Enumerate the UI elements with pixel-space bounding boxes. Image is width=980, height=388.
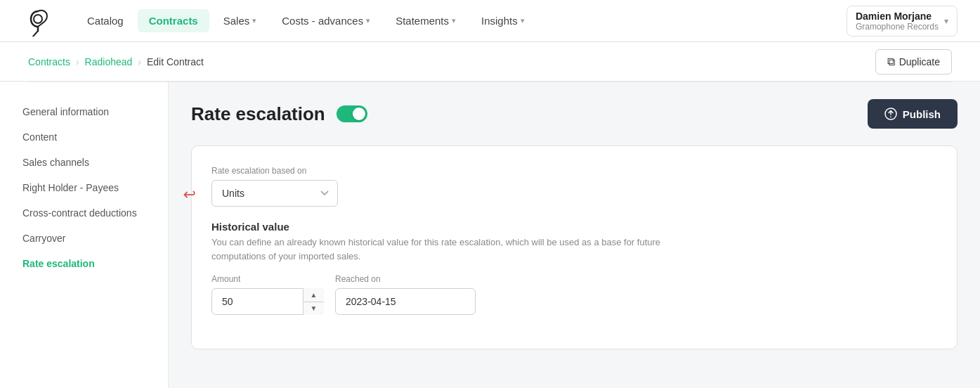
breadcrumb-sep-1: › xyxy=(76,56,79,67)
breadcrumb-sep-2: › xyxy=(138,56,141,67)
red-arrow-icon: ↪ xyxy=(183,186,196,204)
amount-label: Amount xyxy=(211,274,324,284)
user-menu[interactable]: Damien Morjane Gramophone Records ▾ xyxy=(847,6,958,37)
historical-form-row: Amount ▲ ▼ Reached on xyxy=(211,274,937,315)
sidebar-item-content[interactable]: Content xyxy=(0,124,168,150)
statements-chevron-icon: ▾ xyxy=(452,16,456,25)
nav-contracts[interactable]: Contracts xyxy=(138,9,209,32)
historical-value-desc: You can define an already known historic… xyxy=(211,235,703,263)
breadcrumb-bar: Contracts › Radiohead › Edit Contract ⧉ … xyxy=(0,42,980,82)
publish-button[interactable]: Publish xyxy=(868,99,958,129)
reached-on-input[interactable] xyxy=(335,288,476,315)
nav-statements[interactable]: Statements ▾ xyxy=(384,9,467,32)
nav-costs[interactable]: Costs - advances ▾ xyxy=(270,9,381,32)
main-content: Rate escalation Publish Rate xyxy=(169,82,980,388)
amount-wrapper: ▲ ▼ xyxy=(211,288,324,315)
nav-links: Catalog Contracts Sales ▾ Costs - advanc… xyxy=(76,9,824,32)
toggle-thumb xyxy=(353,108,365,120)
reached-on-group: Reached on xyxy=(335,274,476,315)
breadcrumb: Contracts › Radiohead › Edit Contract xyxy=(28,56,204,67)
logo xyxy=(22,6,53,37)
escalation-based-on-label: Rate escalation based on xyxy=(211,166,937,176)
sidebar-item-general-information[interactable]: General information xyxy=(0,99,168,124)
amount-increment-button[interactable]: ▲ xyxy=(303,288,324,302)
historical-value-title: Historical value xyxy=(211,221,937,233)
sidebar-item-right-holder-payees[interactable]: Right Holder - Payees xyxy=(0,175,168,200)
breadcrumb-contracts[interactable]: Contracts xyxy=(28,56,70,67)
escalation-based-on-group: Rate escalation based on ↪ Units Revenue… xyxy=(211,166,937,207)
toggle-track xyxy=(337,105,367,122)
sidebar-item-rate-escalation[interactable]: Rate escalation xyxy=(0,251,168,276)
stepper-buttons: ▲ ▼ xyxy=(303,288,324,315)
rate-escalation-toggle[interactable] xyxy=(337,105,367,122)
nav-sales[interactable]: Sales ▾ xyxy=(212,9,268,32)
duplicate-icon: ⧉ xyxy=(887,56,895,68)
sidebar-item-sales-channels[interactable]: Sales channels xyxy=(0,150,168,175)
reached-on-label: Reached on xyxy=(335,274,476,284)
nav-insights[interactable]: Insights ▾ xyxy=(470,9,536,32)
sidebar: General information Content Sales channe… xyxy=(0,82,169,388)
sales-chevron-icon: ▾ xyxy=(252,16,256,25)
sidebar-item-carryover[interactable]: Carryover xyxy=(0,226,168,251)
insights-chevron-icon: ▾ xyxy=(521,16,525,25)
user-company: Gramophone Records xyxy=(856,22,939,32)
user-name: Damien Morjane xyxy=(856,11,939,22)
amount-group: Amount ▲ ▼ xyxy=(211,274,324,315)
section-title-text: Rate escalation xyxy=(191,103,325,125)
user-chevron-icon: ▾ xyxy=(944,16,948,26)
top-navigation: Catalog Contracts Sales ▾ Costs - advanc… xyxy=(0,0,980,42)
amount-decrement-button[interactable]: ▼ xyxy=(303,302,324,316)
breadcrumb-artist[interactable]: Radiohead xyxy=(85,56,133,67)
breadcrumb-current: Edit Contract xyxy=(147,56,204,67)
escalation-based-on-select[interactable]: Units Revenue Royalties xyxy=(211,180,338,207)
arrow-decoration: ↪ Units Revenue Royalties xyxy=(211,180,937,207)
section-title-group: Rate escalation xyxy=(191,103,367,125)
rate-escalation-card: Rate escalation based on ↪ Units Revenue… xyxy=(191,146,958,349)
sidebar-item-cross-contract-deductions[interactable]: Cross-contract deductions xyxy=(0,200,168,226)
historical-value-group: Historical value You can define an alrea… xyxy=(211,221,937,315)
nav-catalog[interactable]: Catalog xyxy=(76,9,135,32)
costs-chevron-icon: ▾ xyxy=(366,16,370,25)
publish-icon xyxy=(884,108,897,120)
main-layout: General information Content Sales channe… xyxy=(0,82,980,388)
section-header: Rate escalation Publish xyxy=(191,99,958,129)
duplicate-button[interactable]: ⧉ Duplicate xyxy=(875,49,952,75)
